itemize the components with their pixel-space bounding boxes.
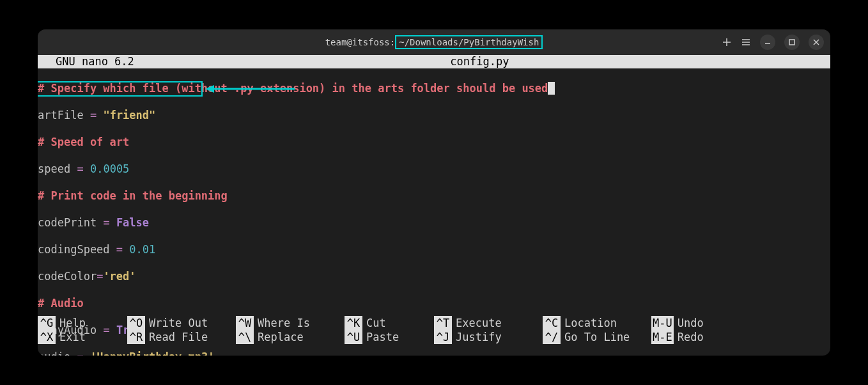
key-chip: ^W — [236, 316, 254, 330]
menu-button[interactable] — [741, 37, 751, 47]
var-codingspeed: codingSpeed — [38, 243, 110, 256]
key-chip: ^T — [434, 316, 452, 330]
help-shortcut: M-UUndo — [651, 316, 728, 330]
var-codecolor: codeColor — [38, 270, 97, 283]
val-codecolor: 'red' — [103, 270, 136, 283]
hamburger-icon — [741, 37, 751, 47]
help-shortcut: ^OWrite Out — [127, 316, 236, 330]
help-row: ^XExit^RRead File^\Replace^UPaste^JJusti… — [38, 330, 825, 344]
help-label: Read File — [149, 330, 208, 344]
val-audio: 'HappyBirthday.mp3' — [90, 350, 214, 356]
terminal-content[interactable]: GNU nano 6.2 config.py # Specify which f… — [38, 55, 830, 356]
maximize-icon — [788, 38, 796, 46]
val-codeprint: False — [116, 216, 149, 229]
help-row: ^GHelp^OWrite Out^WWhere Is^KCut^TExecut… — [38, 316, 825, 330]
title-path-highlighted: ~/Downloads/PyBirthdayWish — [395, 35, 543, 49]
close-button[interactable] — [809, 35, 824, 50]
val-artfile: "friend" — [103, 109, 155, 122]
help-shortcut: ^KCut — [345, 316, 434, 330]
cursor — [548, 82, 554, 95]
key-chip: ^C — [543, 316, 561, 330]
nano-help-bar: ^GHelp^OWrite Out^WWhere Is^KCut^TExecut… — [38, 316, 830, 344]
help-label: Location — [564, 316, 617, 330]
var-artfile: artFile — [38, 109, 84, 122]
help-label: Write Out — [149, 316, 208, 330]
help-label: Execute — [456, 316, 502, 330]
key-chip: ^R — [127, 330, 145, 344]
key-chip: ^J — [434, 330, 452, 344]
help-shortcut: ^CLocation — [543, 316, 651, 330]
window-title: team@itsfoss: ~/Downloads/PyBirthdayWish — [325, 35, 543, 49]
help-label: Justify — [456, 330, 502, 344]
key-chip: ^O — [127, 316, 145, 330]
maximize-button[interactable] — [784, 35, 800, 50]
comment-line: # Print code in the beginning — [38, 189, 228, 202]
nano-filename: config.py — [134, 55, 825, 68]
help-label: Replace — [258, 330, 304, 344]
help-label: Exit — [59, 330, 86, 344]
key-chip: ^G — [38, 316, 56, 330]
new-tab-button[interactable] — [722, 37, 732, 47]
var-audio: audio — [38, 350, 70, 356]
val-speed: 0.0005 — [90, 162, 129, 175]
titlebar: team@itsfoss: ~/Downloads/PyBirthdayWish — [38, 29, 830, 55]
help-shortcut: ^/Go To Line — [543, 330, 651, 344]
help-label: Undo — [678, 316, 704, 330]
nano-version: GNU nano 6.2 — [43, 55, 134, 68]
titlebar-controls — [722, 35, 824, 50]
val-codingspeed: 0.01 — [129, 243, 155, 256]
key-chip: M-U — [651, 316, 674, 330]
help-shortcut: ^WWhere Is — [236, 316, 345, 330]
key-chip: ^U — [345, 330, 362, 344]
key-chip: ^K — [345, 316, 362, 330]
help-shortcut: ^TExecute — [434, 316, 543, 330]
key-chip: ^\ — [236, 330, 254, 344]
title-user-host: team@itsfoss: — [325, 37, 396, 47]
comment-line: # Audio — [38, 297, 84, 310]
plus-icon — [722, 37, 732, 47]
key-chip: M-E — [651, 330, 674, 344]
help-label: Help — [59, 316, 86, 330]
comment-line: # Specify which file (without .py extens… — [38, 82, 548, 95]
help-shortcut: ^GHelp — [38, 316, 127, 330]
help-label: Cut — [366, 316, 386, 330]
terminal-window: team@itsfoss: ~/Downloads/PyBirthdayWish… — [38, 29, 830, 356]
var-speed: speed — [38, 162, 70, 175]
help-shortcut: ^RRead File — [127, 330, 236, 344]
editor-area[interactable]: # Specify which file (without .py extens… — [38, 68, 830, 356]
help-label: Go To Line — [564, 330, 630, 344]
help-label: Redo — [678, 330, 704, 344]
help-label: Where Is — [258, 316, 310, 330]
minimize-button[interactable] — [760, 35, 775, 50]
help-shortcut: ^UPaste — [345, 330, 434, 344]
svg-rect-6 — [789, 40, 794, 45]
key-chip: ^/ — [543, 330, 561, 344]
var-codeprint: codePrint — [38, 216, 97, 229]
close-icon — [812, 38, 820, 46]
help-shortcut: ^JJustify — [434, 330, 543, 344]
minimize-icon — [764, 38, 771, 46]
key-chip: ^X — [38, 330, 56, 344]
comment-line: # Speed of art — [38, 136, 129, 148]
nano-header-bar: GNU nano 6.2 config.py — [38, 55, 830, 68]
help-label: Paste — [366, 330, 399, 344]
help-shortcut: ^XExit — [38, 330, 127, 344]
help-shortcut: ^\Replace — [236, 330, 345, 344]
help-shortcut: M-ERedo — [651, 330, 728, 344]
